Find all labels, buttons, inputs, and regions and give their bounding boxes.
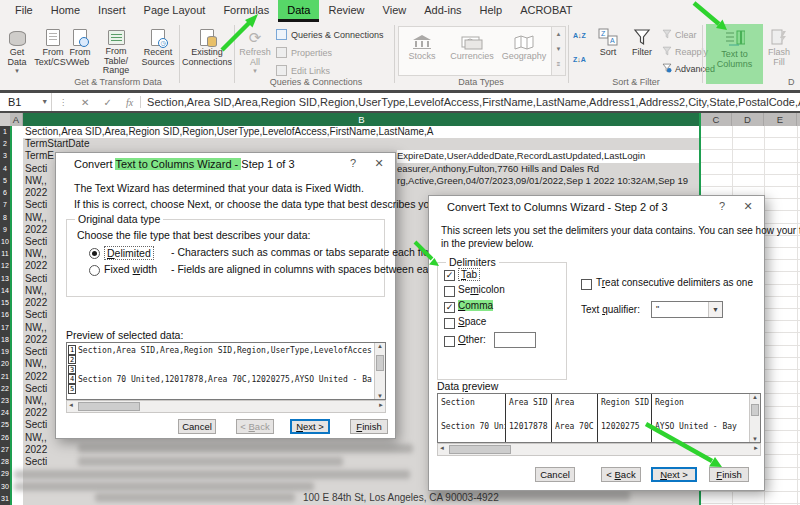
row-header-13[interactable]: 13 — [0, 275, 10, 282]
row-header-1[interactable]: 1 — [0, 128, 10, 135]
cell-text-row-10[interactable]: Secti — [25, 236, 47, 248]
comma-checkbox[interactable]: ✓ — [444, 302, 455, 313]
clear-filter-button[interactable]: Clear — [662, 27, 697, 42]
semicolon-label[interactable]: Semicolon — [458, 284, 505, 295]
scroll-up-icon[interactable]: ▲ — [750, 394, 760, 400]
menu-tab-home[interactable]: Home — [42, 0, 89, 22]
edit-links-button[interactable]: Edit Links — [276, 63, 330, 78]
sort-za-button[interactable]: Z↓A — [573, 52, 586, 67]
close-icon[interactable]: ✕ — [371, 157, 387, 170]
row-header-22[interactable]: 22 — [0, 385, 10, 392]
preview-vscrollbar[interactable]: ▲▼ — [749, 394, 760, 442]
cell-text-row-21[interactable]: 2022 — [25, 371, 47, 383]
scroll-down-icon[interactable]: ▼ — [750, 436, 760, 442]
row-header-21[interactable]: 21 — [0, 373, 10, 380]
row-header-7[interactable]: 7 — [0, 201, 10, 208]
cancel-entry-icon[interactable]: ✕ — [74, 97, 96, 108]
cell-text-row-13[interactable]: Secti — [25, 273, 47, 285]
help-icon[interactable]: ? — [714, 200, 730, 212]
row-header-25[interactable]: 25 — [0, 421, 10, 428]
name-box[interactable]: B1▼ — [0, 93, 52, 111]
menu-tab-page-layout[interactable]: Page Layout — [135, 0, 215, 22]
from-web-button[interactable]: From Web — [64, 24, 96, 76]
row-header-14[interactable]: 14 — [0, 287, 10, 294]
cell-text-row-16[interactable]: Secti — [25, 309, 47, 321]
preview-hscrollbar[interactable]: ◄ ► — [437, 443, 761, 456]
row-header-26[interactable]: 26 — [0, 434, 10, 441]
column-header-b[interactable]: B — [23, 113, 700, 126]
scroll-down-icon[interactable]: ▼ — [375, 393, 385, 399]
row-header-28[interactable]: 28 — [0, 458, 10, 465]
fixed-width-label[interactable]: Fixed width — [104, 263, 157, 275]
cell-text-row-11[interactable]: NW,, — [25, 248, 47, 260]
cell-text-row-3-continued[interactable]: ExpireDate,UserAddedDate,RecordLastUpdat… — [397, 150, 699, 162]
cell-text-row-25[interactable]: Secti — [25, 419, 47, 431]
menu-tab-add-ins[interactable]: Add-ins — [415, 0, 470, 22]
cell-text-row-2[interactable]: TermStartDate — [25, 138, 89, 150]
insert-function-icon[interactable]: fx — [119, 97, 140, 108]
other-checkbox[interactable] — [444, 336, 455, 347]
cell-text-row-23[interactable]: NW,, — [25, 395, 47, 407]
row-header-11[interactable]: 11 — [0, 250, 10, 257]
data-preview-box[interactable]: ▲▼ 1Section,Area SID,Area,Region SID,Reg… — [66, 342, 386, 400]
scroll-left-icon[interactable]: ◄ — [68, 402, 74, 408]
gallery-more-icon[interactable]: ≡ — [552, 57, 565, 72]
finish-button[interactable]: Finish — [709, 467, 749, 482]
delimited-label[interactable]: Delimited — [104, 246, 154, 260]
geography-button[interactable]: Geography — [500, 28, 548, 80]
cell-text-row-5-continued[interactable]: rg,Active,Green,04/07/2023,09/01/2022,Se… — [397, 175, 699, 187]
column-header-d[interactable]: D — [732, 113, 764, 126]
sort-az-button[interactable]: A↓Z — [573, 28, 586, 43]
preview-hscrollbar[interactable]: ◄ ► — [66, 400, 386, 413]
treat-consecutive-checkbox[interactable] — [581, 279, 592, 290]
data-preview-table[interactable]: ▲▼ SectionArea SIDAreaRegion SIDRegionSe… — [437, 393, 761, 443]
menu-tab-file[interactable]: File — [6, 0, 42, 22]
row-header-3[interactable]: 3 — [0, 152, 10, 159]
row-header-10[interactable]: 10 — [0, 238, 10, 245]
gallery-scroll[interactable]: ▲▼≡ — [551, 26, 566, 76]
refresh-all-button[interactable]: ⟳ Refresh All ▾ — [238, 24, 272, 76]
cell-text-row-15[interactable]: 2022 — [25, 297, 47, 309]
back-button[interactable]: < Back — [236, 419, 274, 434]
select-all-corner[interactable] — [0, 113, 10, 126]
cell-text-row-7[interactable]: Secti — [25, 199, 47, 211]
cell-text-row-27[interactable]: 2022 — [25, 444, 47, 456]
filter-button[interactable]: Filter — [626, 24, 658, 76]
cell-text-row-9[interactable]: 2022 — [25, 224, 47, 236]
cell-text-row-18[interactable]: 2022 — [25, 334, 47, 346]
row-header-12[interactable]: 12 — [0, 262, 10, 269]
cell-text-row-14[interactable]: NW,, — [25, 285, 47, 297]
recent-sources-button[interactable]: ◷ Recent Sources — [139, 24, 177, 76]
row-header-17[interactable]: 17 — [0, 324, 10, 331]
combo-dropdown-icon[interactable]: ▼ — [708, 302, 722, 317]
menu-tab-data[interactable]: Data — [278, 0, 319, 22]
space-checkbox[interactable] — [444, 318, 455, 329]
row-header-9[interactable]: 9 — [0, 226, 10, 233]
row-header-2[interactable]: 2 — [0, 140, 10, 147]
comma-label[interactable]: Comma — [458, 300, 493, 311]
cell-text-row-5[interactable]: NW,, — [25, 175, 47, 187]
other-label[interactable]: Other: — [458, 334, 486, 345]
column-header-c[interactable]: C — [701, 113, 732, 126]
row-header-4[interactable]: 4 — [0, 165, 10, 172]
properties-button[interactable]: Properties — [276, 45, 332, 60]
cell-text-row-1[interactable]: Section,Area SID,Area,Region SID,Region,… — [25, 126, 434, 138]
cell-text-row-24[interactable]: 2022 — [25, 407, 47, 419]
column-header-a[interactable]: A — [10, 113, 23, 126]
cell-text-row-4-continued[interactable]: easurer,Anthony,Fulton,7760 Hills and Da… — [397, 163, 699, 175]
space-label[interactable]: Space — [458, 316, 486, 327]
row-header-19[interactable]: 19 — [0, 348, 10, 355]
row-header-24[interactable]: 24 — [0, 409, 10, 416]
cell-text-row-19[interactable]: Secti — [25, 346, 47, 358]
preview-vscrollbar[interactable]: ▲▼ — [374, 343, 385, 399]
flash-fill-button[interactable]: Flash Fill — [764, 24, 794, 76]
delimited-radio[interactable] — [89, 248, 100, 259]
menu-tab-help[interactable]: Help — [471, 0, 512, 22]
existing-connections-button[interactable]: Existing Connections — [182, 24, 232, 76]
cell-text-row-22[interactable]: Secti — [25, 383, 47, 395]
close-icon[interactable]: ✕ — [740, 200, 756, 213]
confirm-entry-icon[interactable]: ✓ — [96, 97, 118, 108]
queries-connections-button[interactable]: Queries & Connections — [276, 27, 384, 42]
tab-checkbox[interactable]: ✓ — [444, 270, 455, 281]
cell-text-row-26[interactable]: NW,, — [25, 432, 47, 444]
